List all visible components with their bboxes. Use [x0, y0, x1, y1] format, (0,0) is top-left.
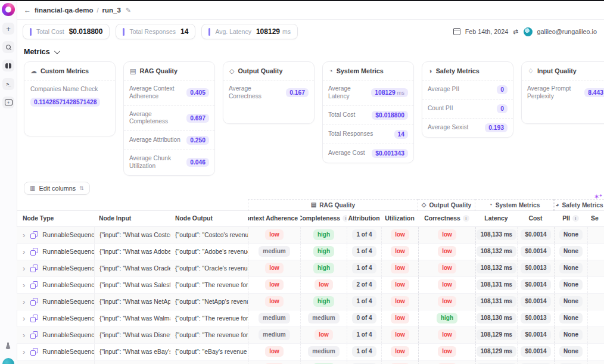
col-node-type[interactable]: Node Type — [17, 211, 94, 226]
col-correctness[interactable]: Correctnessi — [418, 211, 475, 226]
completeness-cell: high — [300, 244, 347, 260]
row-expand-chevron[interactable]: › — [23, 248, 25, 256]
value-pill: low — [391, 279, 409, 290]
node-output-cell[interactable]: {"output": "eBay's revenue in Q... — [170, 344, 248, 360]
chevron-down-icon[interactable] — [54, 48, 60, 54]
info-icon[interactable]: i — [463, 215, 469, 222]
node-output-cell[interactable]: {"output": "Costco's revenue in ... — [170, 227, 248, 243]
metric-label: Average Context Adherence — [129, 85, 183, 101]
table-row[interactable]: › RunnableSequence {"input": "What was C… — [17, 227, 604, 244]
node-input-cell[interactable]: {"input": "What was Walmart's r... — [94, 310, 170, 326]
node-type-cell: RunnableSequence — [42, 331, 94, 338]
value-pill: 108,129 ms — [477, 329, 516, 340]
row-expand-chevron[interactable]: › — [23, 331, 25, 339]
table-row[interactable]: › RunnableSequence {"input": "What was N… — [17, 294, 604, 310]
metric-card-title: Output Quality — [238, 67, 282, 74]
col-attribution[interactable]: Attribution — [347, 211, 381, 226]
col-sexist[interactable]: Se — [587, 211, 604, 226]
info-icon[interactable]: i — [343, 215, 347, 222]
compare-button[interactable] — [2, 60, 14, 71]
col-latency[interactable]: Latency — [475, 211, 517, 226]
correctness-cell: low — [418, 344, 475, 360]
row-expand-chevron[interactable]: › — [23, 348, 25, 356]
table-row[interactable]: › RunnableSequence {"input": "What was e… — [17, 344, 604, 360]
monitor-button[interactable]: + — [2, 97, 14, 108]
metric-cards: ☁ Custom Metrics Companies Name Check0.1… — [17, 56, 604, 176]
sexist-cell — [587, 294, 604, 310]
table-row[interactable]: › RunnableSequence {"input": "What was D… — [17, 327, 604, 344]
metric-card: ◇ Output Quality Average Correctness 0.1… — [223, 61, 315, 124]
metric-card: ◑ Safety Metrics Average PII 0 Count PII… — [422, 61, 513, 138]
row-expand-chevron[interactable]: › — [23, 231, 25, 239]
row-expand-chevron[interactable]: › — [23, 265, 25, 272]
value-pill: low — [265, 296, 284, 307]
node-input-cell[interactable]: {"input": "What was Oracle's re... — [94, 260, 170, 276]
table-row[interactable]: › RunnableSequence {"input": "What was S… — [17, 277, 604, 294]
flask-icon[interactable] — [5, 343, 12, 350]
stats-list: Total Cost $0.018800 Total Responses 14 … — [23, 24, 298, 39]
node-input-cell[interactable]: {"input": "What was eBay's rev... — [94, 344, 170, 360]
row-expand-chevron[interactable]: › — [23, 315, 25, 322]
new-project-button[interactable]: + — [2, 23, 14, 35]
node-output-cell[interactable]: {"output": "Oracle's revenue in ... — [170, 260, 248, 276]
col-node-output[interactable]: Node Output — [170, 211, 248, 226]
value-pill: $0.0014 — [521, 296, 550, 307]
table-row[interactable]: › RunnableSequence {"input": "What was T… — [17, 360, 604, 364]
attribution-cell: 1 of 4 — [347, 344, 381, 360]
col-pii[interactable]: PIIi — [554, 211, 587, 226]
table-row[interactable]: › RunnableSequence {"input": "What was W… — [17, 310, 604, 327]
rag-quality-icon: ▤ — [130, 68, 136, 74]
stat-label: Total Cost — [36, 28, 64, 35]
attribution-cell: 2 of 4 — [347, 277, 381, 293]
node-input-cell[interactable]: {"input": "What was Salesforce'... — [94, 277, 170, 293]
row-expand-chevron[interactable]: › — [23, 281, 25, 289]
node-input-cell[interactable]: {"input": "What was Target's re... — [94, 360, 170, 364]
breadcrumb-project[interactable]: financial-qa-demo — [35, 7, 93, 14]
user-avatar[interactable] — [524, 27, 533, 36]
value-pill: 108,131 ms — [477, 279, 516, 290]
pii-cell: None — [554, 327, 587, 343]
metric-label: Average Chunk Utilization — [129, 155, 183, 170]
table-row[interactable]: › RunnableSequence {"input": "What was A… — [17, 244, 604, 260]
context-adherence-cell: low — [248, 227, 300, 243]
plus-icon: + — [6, 24, 11, 33]
node-output-cell[interactable]: {"output": "NetApp's revenue in... — [170, 294, 248, 310]
col-utilization[interactable]: Utilization — [381, 211, 418, 226]
node-input-cell[interactable]: {"input": "What was Disney's re... — [94, 327, 170, 343]
node-output-cell[interactable]: {"output": "The revenue for Sal... — [170, 277, 248, 293]
utilization-cell: low — [381, 360, 418, 364]
node-input-cell[interactable]: {"input": "What was NetApp's r... — [94, 294, 170, 310]
context-adherence-cell: low — [248, 344, 300, 360]
metric-value-pill: 0.193 — [485, 123, 508, 132]
row-expand-chevron[interactable]: › — [23, 298, 25, 306]
node-output-cell[interactable]: {"output": "Target's revenue in ... — [170, 360, 248, 364]
col-node-input[interactable]: Node Input — [94, 211, 170, 226]
col-completeness[interactable]: Completenessi — [300, 211, 347, 226]
info-icon[interactable]: i — [572, 215, 579, 222]
edit-columns-button[interactable]: ▥ Edit columns ⇅ — [24, 182, 90, 195]
add-metrics-sparkle-button[interactable]: ✶+ — [594, 194, 602, 200]
console-button[interactable]: >_ — [2, 78, 14, 90]
table-row[interactable]: › RunnableSequence {"input": "What was O… — [17, 260, 604, 277]
sidebar-avatar[interactable] — [2, 358, 14, 364]
search-button[interactable] — [2, 41, 14, 53]
edit-run-name-icon[interactable]: ✎ — [126, 7, 131, 14]
user-email[interactable]: galileo@rungalileo.io — [537, 28, 597, 35]
latency-cell: 108,132 ms — [475, 260, 517, 276]
context-adherence-cell: low — [248, 277, 300, 293]
node-output-cell[interactable]: {"output": "Adobe's revenue in ... — [170, 244, 248, 260]
node-output-cell[interactable]: {"output": "The revenue for Wal... — [170, 310, 248, 326]
node-output-cell[interactable]: {"output": "The revenue for Dis... — [170, 327, 248, 343]
node-input-cell[interactable]: {"input": "What was Costco's re... — [94, 227, 170, 243]
node-input-cell[interactable]: {"input": "What was Adobe's re... — [94, 244, 170, 260]
galileo-logo[interactable] — [2, 3, 15, 16]
col-cost[interactable]: Cost — [517, 211, 554, 226]
back-arrow-icon[interactable]: ← — [24, 6, 31, 14]
metric-card-title: RAG Quality — [139, 67, 178, 74]
compare-runs-icon[interactable]: ⇄ — [513, 27, 519, 36]
col-context-adherence[interactable]: Context Adherencei — [248, 211, 300, 226]
metric-label: Average Completeness — [129, 111, 183, 126]
metrics-section-title: Metrics — [24, 48, 50, 56]
node-type-cell: RunnableSequence — [42, 265, 94, 272]
completeness-cell: medium — [300, 310, 347, 326]
